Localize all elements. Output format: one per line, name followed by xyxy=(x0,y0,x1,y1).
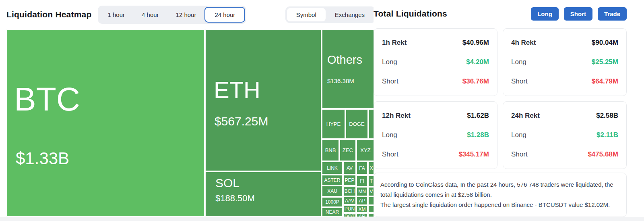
short-value: $345.17M xyxy=(458,150,489,158)
tile-near[interactable]: NEAR xyxy=(322,208,343,217)
card-long-row: Long$1.28B xyxy=(382,131,489,139)
long-label: Long xyxy=(511,58,526,66)
tile-symbol-label: LINK xyxy=(327,165,338,171)
rekt-period-label: 1h Rekt xyxy=(382,39,407,47)
tile-symbol-label: AAV xyxy=(345,198,354,204)
tile-xm[interactable]: XM xyxy=(357,206,367,213)
tile-symbol-label: ASTER xyxy=(324,177,340,183)
rekt-total-value: $40.96M xyxy=(462,39,489,47)
tile-symbol-label: V xyxy=(369,189,373,194)
card-header-row: 12h Rekt$1.62B xyxy=(382,112,489,120)
time-tab-4-hour[interactable]: 4 hour xyxy=(133,7,167,23)
tile-ar[interactable]: AR xyxy=(357,213,367,217)
card-short-row: Short$475.68M xyxy=(511,150,618,158)
view-mode-toggle: SymbolExchanges xyxy=(285,6,376,23)
tile-symbol-label: FI xyxy=(360,178,364,184)
liquidation-treemap: BTC$1.33BETH$567.25MSOL$188.50MOthers$13… xyxy=(6,29,374,217)
total-liquidations-panel: Total Liquidations LongShortTrade 1h Rek… xyxy=(374,0,627,221)
long-label: Long xyxy=(511,131,526,139)
card-header-row: 4h Rekt$90.04M xyxy=(511,39,618,47)
tile-1000p[interactable]: 1000P xyxy=(322,197,343,207)
tile-symbol-label: SOL xyxy=(215,176,239,190)
time-tab-1-hour[interactable]: 1 hour xyxy=(99,7,133,23)
short-value: $475.68M xyxy=(588,150,618,158)
tile-symbol-label: AP xyxy=(359,198,365,204)
tile-symbol-label: AV xyxy=(347,165,353,171)
long-value: $4.20M xyxy=(466,58,489,66)
tile-symbol-label: XAU xyxy=(327,188,337,194)
rekt-card-4h: 4h Rekt$90.04MLong$25.25MShort$64.79M xyxy=(503,28,627,96)
tile-value-label: $188.50M xyxy=(215,193,255,204)
tile-symbol-label: BNB xyxy=(325,147,336,153)
tile-zec[interactable]: ZEC xyxy=(340,140,356,161)
time-range-tabs: 1 hour4 hour12 hour24 hour xyxy=(98,6,246,24)
rekt-card-24h: 24h Rekt$2.58BLong$2.11BShort$475.68M xyxy=(503,101,627,169)
panel-actions: LongShortTrade xyxy=(531,7,627,21)
long-value: $25.25M xyxy=(592,58,618,66)
card-long-row: Long$25.25M xyxy=(511,58,618,66)
card-short-row: Short$36.76M xyxy=(382,77,489,85)
long-value: $2.11B xyxy=(597,131,618,139)
tile-sol[interactable]: SOL$188.50M xyxy=(205,172,321,217)
tile-eth[interactable]: ETH$567.25M xyxy=(205,29,321,171)
tile-mn[interactable]: MN xyxy=(357,187,367,196)
tile-symbol-label: XYZ xyxy=(360,147,370,153)
long-label: Long xyxy=(382,131,397,139)
tile-xau[interactable]: XAU xyxy=(322,186,343,196)
liquidation-page: Liquidation Heatmap 1 hour4 hour12 hour2… xyxy=(0,0,644,221)
tile-link[interactable]: LINK xyxy=(322,162,343,174)
short-label: Short xyxy=(382,77,398,85)
rekt-period-label: 24h Rekt xyxy=(511,112,540,120)
tile-av[interactable]: AV xyxy=(343,162,356,174)
tile-bch[interactable]: BCH xyxy=(343,186,356,196)
short-value: $64.79M xyxy=(592,77,618,85)
tile-btc[interactable]: BTC$1.33B xyxy=(6,29,204,217)
rekt-cards: 1h Rekt$40.96MLong$4.20MShort$36.76M4h R… xyxy=(374,28,627,169)
tile-symbol-label: MN xyxy=(358,189,366,194)
tile-fa[interactable]: FA xyxy=(357,162,367,174)
rekt-total-value: $2.58B xyxy=(596,112,618,120)
summary-line-1: According to CoinGlass data, In the past… xyxy=(380,180,620,200)
long-button[interactable]: Long xyxy=(531,7,559,21)
tile-hype[interactable]: HYPE xyxy=(322,109,345,139)
page-title: Liquidation Heatmap xyxy=(6,10,91,19)
tile-symbol-label: PUN xyxy=(345,206,355,212)
tile-xyz[interactable]: XYZ xyxy=(357,140,374,161)
tile-fi[interactable]: FI xyxy=(357,176,367,186)
summary-line-2: The largest single liquidation order hap… xyxy=(380,200,620,210)
tile-aav[interactable]: AAV xyxy=(343,197,356,204)
short-button[interactable]: Short xyxy=(564,7,592,21)
short-value: $36.76M xyxy=(462,77,489,85)
tile-symbol-label: PEP xyxy=(345,177,354,183)
page-footer-strip xyxy=(0,217,644,221)
tile-symbol-label: 1000P xyxy=(325,199,339,205)
view-tab-exchanges[interactable]: Exchanges xyxy=(326,8,374,21)
tile-aster[interactable]: ASTER xyxy=(322,175,343,185)
tile-symbol-label: ETH xyxy=(214,76,260,103)
tile-value-label: $1.33B xyxy=(16,149,69,168)
tile-symbol-label: AR xyxy=(359,214,365,217)
short-label: Short xyxy=(511,150,528,158)
tile-symbol-label: DOT xyxy=(345,214,355,217)
tile-symbol-label: NEAR xyxy=(326,209,339,215)
card-header-row: 1h Rekt$40.96M xyxy=(382,39,489,47)
tile-doge[interactable]: DOGE xyxy=(346,109,368,139)
tile-dot[interactable]: DOT xyxy=(343,213,356,217)
tile-bnb[interactable]: BNB xyxy=(322,140,339,161)
card-short-row: Short$64.79M xyxy=(511,77,618,85)
tile-symbol-label: XM xyxy=(359,206,366,212)
time-tab-12-hour[interactable]: 12 hour xyxy=(167,7,205,23)
tile-symbol-label: BCH xyxy=(345,188,355,194)
tile-pep[interactable]: PEP xyxy=(343,175,356,186)
tile-others[interactable]: Others$136.38M xyxy=(322,29,374,108)
time-tab-24-hour[interactable]: 24 hour xyxy=(204,7,245,23)
card-long-row: Long$4.20M xyxy=(382,58,489,66)
card-short-row: Short$345.17M xyxy=(382,150,489,158)
tile-ap[interactable]: AP xyxy=(357,197,367,205)
tile-symbol-label: HYPE xyxy=(326,121,341,127)
view-tab-symbol[interactable]: Symbol xyxy=(287,8,326,21)
tile-pun[interactable]: PUN xyxy=(343,205,356,213)
short-label: Short xyxy=(382,150,398,158)
card-long-row: Long$2.11B xyxy=(511,131,618,139)
trade-button[interactable]: Trade xyxy=(598,7,627,21)
